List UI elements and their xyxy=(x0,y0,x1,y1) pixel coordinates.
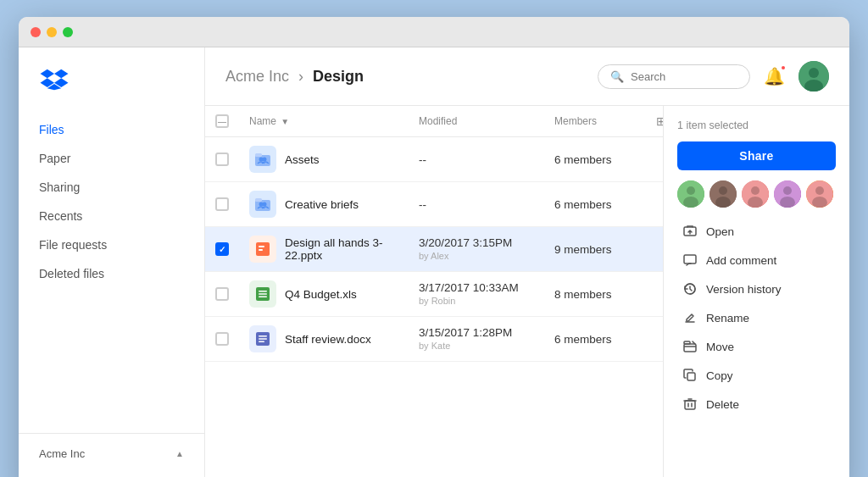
row-checkbox[interactable] xyxy=(215,242,229,256)
search-bar[interactable]: 🔍 xyxy=(598,64,750,89)
file-table: Name ▼ Modified Members ⊞ xyxy=(205,106,663,362)
row-checkbox[interactable] xyxy=(215,287,229,301)
table-row[interactable]: Q4 Budget.xls 3/17/2017 10:33AMby Robin … xyxy=(205,272,663,317)
svg-rect-13 xyxy=(259,249,263,251)
right-panel: 1 item selected Share xyxy=(663,106,849,477)
svg-point-29 xyxy=(751,186,760,195)
row-members-cell: 6 members xyxy=(544,182,646,227)
open-icon xyxy=(682,224,698,239)
svg-point-6 xyxy=(263,158,267,162)
content-area: Name ▼ Modified Members ⊞ xyxy=(205,106,849,477)
action-list: Open Add comment Version history Rename … xyxy=(677,218,836,418)
svg-rect-41 xyxy=(684,341,690,344)
action-item-delete[interactable]: Delete xyxy=(677,391,836,418)
member-avatar[interactable] xyxy=(774,180,801,208)
file-type-icon xyxy=(249,280,276,308)
svg-point-10 xyxy=(263,202,267,207)
th-name[interactable]: Name ▼ xyxy=(239,106,409,137)
action-item-add-comment[interactable]: Add comment xyxy=(677,247,836,274)
select-all-checkbox[interactable] xyxy=(215,114,229,128)
th-grid[interactable]: ⊞ xyxy=(646,106,663,137)
table-header-row: Name ▼ Modified Members ⊞ xyxy=(205,106,663,137)
file-type-icon xyxy=(249,236,276,263)
row-checkbox[interactable] xyxy=(215,332,229,346)
row-actions-cell xyxy=(646,137,663,182)
table-row[interactable]: Design all hands 3-22.pptx 3/20/2017 3:1… xyxy=(205,227,663,272)
svg-rect-4 xyxy=(255,153,262,157)
action-item-version-history[interactable]: Version history xyxy=(677,275,836,302)
row-modified-cell: 3/17/2017 10:33AMby Robin xyxy=(409,272,544,317)
grid-view-icon: ⊞ xyxy=(656,114,663,128)
action-item-move[interactable]: Move xyxy=(677,333,836,360)
file-name: Assets xyxy=(285,153,320,166)
delete-icon xyxy=(682,397,698,412)
row-name-cell: Q4 Budget.xls xyxy=(239,272,409,317)
logo-container xyxy=(19,68,204,115)
maximize-button[interactable] xyxy=(63,27,73,37)
th-members[interactable]: Members xyxy=(544,106,646,137)
top-bar: Acme Inc › Design 🔍 🔔 xyxy=(205,47,849,106)
file-type-icon xyxy=(249,325,276,352)
action-item-open[interactable]: Open xyxy=(677,218,836,245)
table-row[interactable]: Staff review.docx 3/15/2017 1:28PMby Kat… xyxy=(205,317,663,362)
file-name: Design all hands 3-22.pptx xyxy=(285,236,398,262)
th-modified[interactable]: Modified xyxy=(409,106,544,137)
row-members-cell: 6 members xyxy=(544,317,646,362)
minimize-button[interactable] xyxy=(47,27,57,37)
row-name-cell: Creative briefs xyxy=(239,182,409,227)
row-modified-cell: 3/15/2017 1:28PMby Kate xyxy=(409,317,544,362)
row-modified-cell: 3/20/2017 3:15PMby Alex xyxy=(409,227,544,272)
svg-rect-8 xyxy=(255,198,262,202)
row-checkbox[interactable] xyxy=(215,153,229,166)
sidebar-nav: Files Paper Sharing Recents File request… xyxy=(19,115,204,433)
breadcrumb-parent: Acme Inc xyxy=(225,68,289,85)
search-icon: 🔍 xyxy=(610,70,624,83)
sidebar-item-files[interactable]: Files xyxy=(19,115,204,144)
sidebar-item-deleted-files[interactable]: Deleted files xyxy=(19,259,204,288)
table-row[interactable]: Creative briefs -- 6 members xyxy=(205,182,663,227)
svg-rect-40 xyxy=(684,344,696,352)
svg-point-26 xyxy=(719,186,727,195)
rename-icon xyxy=(682,310,698,325)
member-avatar[interactable] xyxy=(742,180,769,208)
search-input[interactable] xyxy=(631,70,741,83)
share-button[interactable]: Share xyxy=(677,141,836,170)
member-avatars xyxy=(677,180,836,208)
selected-count-label: 1 item selected xyxy=(677,119,836,131)
traffic-lights xyxy=(31,27,73,37)
row-modified-cell: -- xyxy=(409,137,544,182)
svg-rect-11 xyxy=(256,242,270,256)
action-label-move: Move xyxy=(706,341,734,353)
copy-icon xyxy=(682,368,698,383)
comment-icon xyxy=(682,252,698,268)
action-item-rename[interactable]: Rename xyxy=(677,304,836,331)
user-avatar[interactable] xyxy=(798,61,829,92)
svg-rect-21 xyxy=(259,341,264,343)
close-button[interactable] xyxy=(31,27,41,37)
notification-button[interactable]: 🔔 xyxy=(760,63,788,90)
table-row[interactable]: Assets -- 6 members xyxy=(205,137,663,182)
member-avatar[interactable] xyxy=(677,180,704,208)
file-name: Staff review.docx xyxy=(285,333,371,346)
titlebar xyxy=(19,17,849,47)
row-name-cell: Design all hands 3-22.pptx xyxy=(239,227,409,272)
member-avatar[interactable] xyxy=(709,180,737,208)
row-checkbox-cell xyxy=(205,317,239,362)
sidebar-footer[interactable]: Acme Inc ▲ xyxy=(19,433,204,474)
svg-rect-43 xyxy=(685,401,695,409)
row-modified-cell: -- xyxy=(409,182,544,227)
svg-point-1 xyxy=(809,68,819,78)
member-avatar[interactable] xyxy=(806,180,833,208)
svg-point-32 xyxy=(783,186,792,195)
action-label-rename: Rename xyxy=(706,312,749,324)
row-members-cell: 6 members xyxy=(544,137,646,182)
row-name-cell: Staff review.docx xyxy=(239,317,409,362)
sidebar-item-recents[interactable]: Recents xyxy=(19,202,204,230)
sidebar-item-sharing[interactable]: Sharing xyxy=(19,173,204,202)
sidebar-item-paper[interactable]: Paper xyxy=(19,144,204,173)
action-item-copy[interactable]: Copy xyxy=(677,362,836,389)
row-checkbox[interactable] xyxy=(215,197,229,211)
file-table-body: Assets -- 6 members Creative briefs -- 6… xyxy=(205,137,663,362)
sidebar-item-file-requests[interactable]: File requests xyxy=(19,230,204,259)
app-window: Files Paper Sharing Recents File request… xyxy=(19,17,849,477)
